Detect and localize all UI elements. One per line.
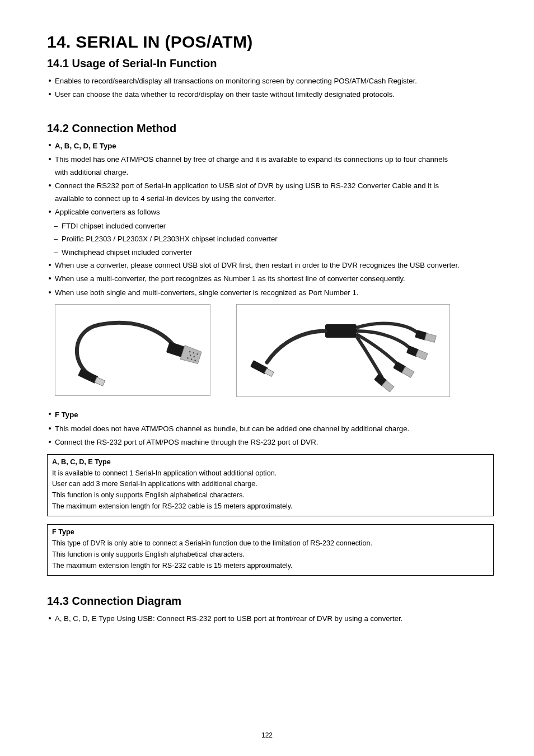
note-box-f-l2: This function is only supports English a… — [52, 549, 489, 561]
section-title-14: 14. SERIAL IN (POS/ATM) — [47, 32, 494, 52]
note-box-abcde-l3: This function is only supports English a… — [52, 490, 489, 501]
type-f-title: F Type — [47, 409, 494, 421]
abcde-line-3: Applicable converters as follows — [47, 207, 494, 218]
figure-row — [47, 304, 494, 397]
converter-winchiphead: Winchiphead chipset included converter — [47, 247, 494, 258]
note-box-f-l1: This type of DVR is only able to connect… — [52, 538, 489, 549]
abcde-line-5: When use a multi-converter, the port rec… — [47, 273, 494, 284]
note-box-abcde-l4: The maximum extension length for RS-232 … — [52, 501, 489, 512]
heading-14-1: 14.1 Usage of Serial-In Function — [47, 57, 494, 70]
note-box-abcde-l2: User can add 3 more Serial-In applicatio… — [52, 479, 489, 490]
svg-rect-1 — [95, 377, 105, 386]
note-box-abcde: A, B, C, D, E Type It is available to co… — [47, 454, 494, 516]
abcde-line-6: When use both single and multi-converter… — [47, 287, 494, 298]
abcde-line-2a: Connect the RS232 port of Serial-in appl… — [47, 180, 494, 192]
converter-ftdi: FTDI chipset included converter — [47, 221, 494, 232]
abcde-line-4: When use a converter, please connect USB… — [47, 260, 494, 271]
note-box-f-title: F Type — [52, 527, 489, 538]
note-box-f: F Type This type of DVR is only able to … — [47, 524, 494, 576]
figure-multi-converter — [236, 304, 450, 397]
heading-14-2: 14.2 Connection Method — [47, 122, 494, 135]
converter-prolific: Prolific PL2303 / PL2303X / PL2303HX chi… — [47, 234, 494, 245]
abcde-line-2b: available to connect up to 4 serial-in d… — [47, 193, 494, 204]
abcde-line-1b: with additional charge. — [47, 167, 494, 178]
abcde-line-1a: This model has one ATM/POS channel by fr… — [47, 154, 494, 165]
f-line-2: Connect the RS-232 port of ATM/POS machi… — [47, 437, 494, 448]
svg-rect-17 — [416, 350, 428, 360]
type-abcde-title: A, B, C, D, E Type — [47, 141, 494, 152]
usage-bullet-1: Enables to record/search/display all tra… — [47, 76, 494, 87]
usage-bullet-2: User can choose the data whether to reco… — [47, 89, 494, 100]
page-number: 122 — [0, 731, 534, 739]
svg-rect-11 — [325, 324, 357, 338]
f-line-1: This model does not have ATM/POS channel… — [47, 423, 494, 435]
svg-rect-15 — [425, 333, 437, 342]
figure-single-converter — [55, 304, 210, 396]
note-box-abcde-l1: It is available to connect 1 Serial-In a… — [52, 468, 489, 479]
note-box-abcde-title: A, B, C, D, E Type — [52, 457, 489, 468]
diagram-bullet-1: A, B, C, D, E Type Using USB: Connect RS… — [47, 613, 494, 624]
heading-14-3: 14.3 Connection Diagram — [47, 595, 494, 608]
note-box-f-l3: The maximum extension length for RS-232 … — [52, 561, 489, 572]
